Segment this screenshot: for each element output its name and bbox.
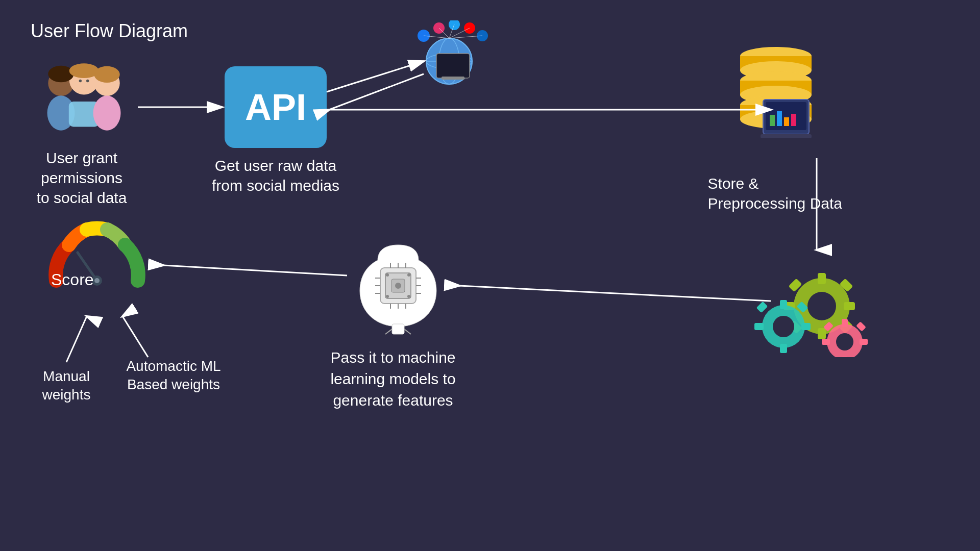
- svg-point-84: [395, 283, 401, 289]
- ml-label: Pass it to machinelearning models togene…: [296, 347, 490, 411]
- score-label: Score: [51, 270, 94, 289]
- svg-point-85: [386, 273, 389, 277]
- page-title: User Flow Diagram: [31, 20, 188, 42]
- user-permission-label: User grant permissionsto social data: [15, 148, 148, 208]
- svg-point-94: [94, 278, 100, 283]
- user-group-icon: [31, 51, 133, 143]
- svg-rect-65: [822, 339, 830, 345]
- svg-point-19: [449, 20, 460, 30]
- svg-line-106: [66, 316, 87, 362]
- svg-rect-40: [784, 117, 789, 126]
- svg-line-91: [404, 329, 411, 334]
- svg-point-10: [86, 80, 89, 82]
- svg-rect-16: [442, 77, 464, 80]
- svg-rect-59: [756, 302, 768, 313]
- svg-line-90: [385, 329, 392, 334]
- svg-rect-39: [777, 111, 782, 126]
- svg-point-86: [407, 273, 410, 277]
- svg-rect-55: [780, 300, 787, 309]
- svg-point-44: [807, 292, 836, 320]
- svg-rect-58: [801, 323, 811, 330]
- svg-line-101: [329, 74, 424, 110]
- svg-point-88: [407, 295, 410, 298]
- api-description-label: Get user raw datafrom social medias: [204, 156, 347, 195]
- svg-point-54: [773, 316, 794, 337]
- svg-point-87: [386, 295, 389, 298]
- svg-point-9: [79, 80, 82, 82]
- svg-point-7: [69, 63, 99, 78]
- svg-rect-48: [844, 302, 855, 310]
- database-icon: [725, 41, 827, 153]
- svg-rect-57: [754, 323, 764, 330]
- auto-weights-label: Automactic MLBased weights: [117, 357, 230, 394]
- svg-rect-15: [436, 54, 470, 78]
- social-media-icon: [413, 20, 495, 92]
- api-label: API: [245, 86, 306, 128]
- gears-icon: [745, 245, 878, 357]
- svg-rect-45: [818, 273, 826, 284]
- svg-rect-46: [818, 328, 826, 339]
- svg-rect-89: [392, 324, 404, 334]
- svg-point-8: [94, 66, 119, 83]
- svg-rect-66: [860, 339, 868, 345]
- svg-point-62: [836, 333, 853, 350]
- svg-point-5: [93, 95, 121, 130]
- store-label: Store &Preprocessing Data: [708, 173, 842, 213]
- svg-line-107: [122, 316, 148, 357]
- svg-line-100: [327, 61, 424, 92]
- ai-brain-icon: [347, 235, 449, 337]
- svg-line-105: [163, 265, 347, 276]
- svg-rect-42: [761, 134, 812, 138]
- svg-line-104: [459, 286, 771, 301]
- svg-rect-63: [842, 319, 848, 327]
- api-box: API: [225, 66, 327, 148]
- svg-rect-38: [770, 115, 775, 126]
- manual-weights-label: Manualweights: [26, 367, 107, 405]
- svg-rect-56: [780, 344, 787, 353]
- svg-point-6: [48, 66, 74, 82]
- svg-rect-41: [791, 114, 796, 126]
